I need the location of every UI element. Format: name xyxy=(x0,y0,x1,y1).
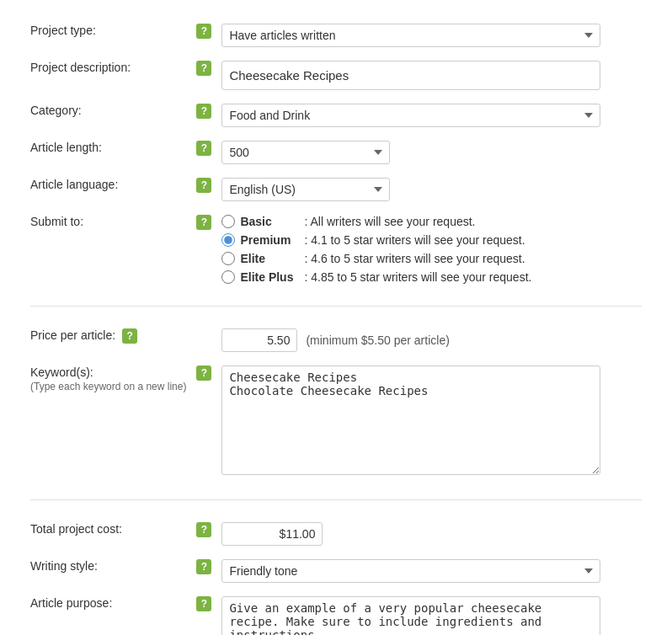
keywords-label: Keyword(s): (Type each keyword on a new … xyxy=(25,359,191,484)
article-language-help-icon[interactable]: ? xyxy=(196,178,211,193)
writing-style-help-icon[interactable]: ? xyxy=(196,559,211,574)
writing-style-select[interactable]: Friendly tone xyxy=(221,559,600,583)
radio-premium: Premium : 4.1 to 5 star writers will see… xyxy=(221,233,642,247)
radio-elite: Elite : 4.6 to 5 star writers will see y… xyxy=(221,252,642,265)
writing-style-label: Writing style: xyxy=(25,552,191,590)
article-purpose-help-icon[interactable]: ? xyxy=(196,596,211,611)
radio-elite-plus: Elite Plus : 4.85 to 5 star writers will… xyxy=(221,270,642,284)
project-form: Project type: ? Have articles written Pr… xyxy=(25,17,647,635)
radio-basic: Basic : All writers will see your reques… xyxy=(221,215,642,228)
total-cost-label: Total project cost: xyxy=(25,515,191,552)
article-length-help-icon[interactable]: ? xyxy=(196,141,211,156)
article-language-label: Article language: xyxy=(25,171,191,208)
project-description-input[interactable] xyxy=(221,61,600,90)
project-description-help-icon[interactable]: ? xyxy=(196,61,211,76)
price-note: (minimum $5.50 per article) xyxy=(306,334,449,347)
keywords-sublabel: (Type each keyword on a new line) xyxy=(30,381,186,392)
radio-elite-desc: : 4.6 to 5 star writers will see your re… xyxy=(304,252,525,265)
article-length-select[interactable]: 500 xyxy=(221,141,390,164)
submit-to-radio-group: Basic : All writers will see your reques… xyxy=(221,215,642,284)
article-length-label: Article length: xyxy=(25,134,191,171)
project-description-label: Project description: xyxy=(25,54,191,97)
radio-elite-plus-desc: : 4.85 to 5 star writers will see your r… xyxy=(304,270,531,284)
keywords-textarea[interactable]: Cheesecake Recipes Chocolate Cheesecake … xyxy=(221,366,600,475)
radio-premium-label: Premium xyxy=(240,233,299,247)
category-label: Category: xyxy=(25,97,191,134)
submit-to-help-icon[interactable]: ? xyxy=(196,215,211,230)
radio-premium-desc: : 4.1 to 5 star writers will see your re… xyxy=(304,233,525,247)
article-language-select[interactable]: English (US) xyxy=(221,178,390,201)
radio-elite-plus-input[interactable] xyxy=(221,270,235,284)
price-input[interactable] xyxy=(221,328,297,352)
radio-elite-label: Elite xyxy=(240,252,299,265)
submit-to-label: Submit to: xyxy=(25,208,191,291)
radio-basic-input[interactable] xyxy=(221,215,235,228)
price-row: (minimum $5.50 per article) xyxy=(221,328,642,352)
radio-elite-plus-label: Elite Plus xyxy=(240,270,299,284)
project-type-help-icon[interactable]: ? xyxy=(196,24,211,39)
radio-elite-input[interactable] xyxy=(221,252,235,265)
project-type-label: Project type: xyxy=(25,17,191,54)
article-purpose-label: Article purpose: xyxy=(25,590,191,635)
price-per-article-label: Price per article: ? xyxy=(25,322,191,359)
article-purpose-textarea[interactable]: Give an example of a very popular cheese… xyxy=(221,596,600,635)
price-per-article-help-icon[interactable]: ? xyxy=(122,328,137,344)
radio-basic-label: Basic xyxy=(240,215,299,228)
total-cost-input[interactable] xyxy=(221,522,323,546)
category-help-icon[interactable]: ? xyxy=(196,104,211,119)
project-type-select[interactable]: Have articles written xyxy=(221,24,600,47)
radio-basic-desc: : All writers will see your request. xyxy=(304,215,475,228)
category-select[interactable]: Food and Drink xyxy=(221,104,600,127)
total-cost-help-icon[interactable]: ? xyxy=(196,522,211,537)
radio-premium-input[interactable] xyxy=(221,233,235,247)
keywords-help-icon[interactable]: ? xyxy=(196,366,211,381)
